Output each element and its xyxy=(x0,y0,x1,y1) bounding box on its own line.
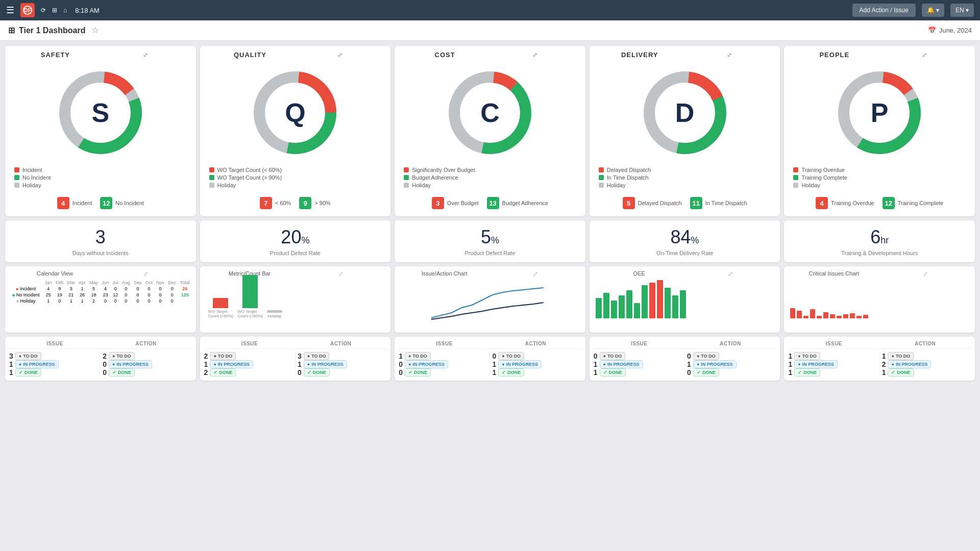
people-kpi-value: 6hr xyxy=(790,227,969,248)
cost-counts: 3Over Budget 13Budget Adherence xyxy=(400,193,580,211)
safety-counts: 4Incident 12No Incident xyxy=(10,193,191,211)
grid-icon[interactable]: ⊞ xyxy=(52,7,57,14)
grid-layout-icon: ⊞ xyxy=(8,26,15,35)
calendar-chart-title: Calendar View ⤢ xyxy=(9,270,192,278)
quality-issue-header: ISSUE ACTION xyxy=(204,341,387,349)
cost-issue-col: 1● TO DO 0● IN PROGRESS 0✓ DONE xyxy=(399,352,487,377)
people-kpi: 6hr Training & Development Hours xyxy=(784,220,975,262)
quality-kpi-label: Product Defect Rate xyxy=(206,250,385,256)
safety-issue-grid: 3● TO DO 1● IN PROGRESS 1✓ DONE 2● TO DO… xyxy=(9,352,192,377)
oee-expand-icon[interactable]: ⤢ xyxy=(685,270,776,278)
title-bar-left: ⊞ Tier 1 Dashboard ☆ xyxy=(8,26,99,35)
people-kpi-label: Training & Development Hours xyxy=(790,250,969,256)
people-issue-panel: ISSUE ACTION 1● TO DO 1● IN PROGRESS 1✓ … xyxy=(784,337,975,381)
calendar-chart-panel: Calendar View ⤢ JanFebMarAprMayJunJulAug… xyxy=(5,266,196,333)
cost-kpi: 5% Product Defect Rate xyxy=(395,220,585,262)
metric-expand-icon[interactable]: ⤢ xyxy=(295,270,386,278)
delivery-action-col: 0● TO DO 1● IN PROGRESS 0✓ DONE xyxy=(687,352,776,377)
language-button[interactable]: EN ▾ xyxy=(950,4,974,17)
people-issue-header: ISSUE ACTION xyxy=(788,341,971,349)
delivery-counts: 5Delayed Dispatch 11In Time Dispatch xyxy=(595,193,775,211)
issue-action-chart-title: Issue/Action Chart ⤢ xyxy=(399,270,581,278)
sqcdp-row: SAFETY ⤢ S Incident No Incident Holiday xyxy=(5,46,975,216)
line-chart-svg xyxy=(399,280,581,323)
delivery-kpi-value: 84% xyxy=(596,227,774,248)
quality-title: QUALITY ⤢ xyxy=(205,51,386,59)
delivery-letter: D xyxy=(675,97,695,128)
people-legend: Training Overdue Training Complete Holid… xyxy=(789,164,970,193)
cost-action-col: 0● TO DO 1● IN PROGRESS 1✓ DONE xyxy=(492,352,581,377)
logo: DF xyxy=(20,3,35,17)
people-counts: 4Training Overdue 12Training Complete xyxy=(789,193,970,211)
cost-letter: C xyxy=(480,97,500,128)
safety-panel: SAFETY ⤢ S Incident No Incident Holiday xyxy=(5,46,196,216)
issue-action-row: ISSUE ACTION 3● TO DO 1● IN PROGRESS 1✓ … xyxy=(5,337,975,381)
delivery-expand-icon[interactable]: ⤢ xyxy=(685,52,775,59)
cost-panel: COST ⤢ C Significantly Over Budget Budge… xyxy=(395,46,585,216)
oee-chart-panel: OEE ⤢ xyxy=(590,266,780,333)
svg-text:DF: DF xyxy=(24,8,31,13)
safety-kpi-label: Days without Incidents xyxy=(11,250,190,256)
people-panel: PEOPLE ⤢ P Training Overdue Training Com… xyxy=(784,46,975,216)
quality-kpi-value: 20% xyxy=(206,227,385,248)
safety-kpi-value: 3 xyxy=(11,227,190,248)
quality-panel: QUALITY ⤢ Q WO Target Count (< 60%) WO T… xyxy=(200,46,391,216)
metric-count-chart-panel: Metric/Count Bar ⤢ WO TargetCount (<60%)… xyxy=(200,266,391,333)
delivery-donut: D xyxy=(595,62,775,164)
quality-legend: WO Target Count (< 60%) WO Target Count … xyxy=(205,164,386,193)
delivery-issue-col: 0● TO DO 1● IN PROGRESS 1✓ DONE xyxy=(594,352,682,377)
cost-kpi-label: Product Defect Rate xyxy=(401,250,579,256)
people-issue-col: 1● TO DO 1● IN PROGRESS 1✓ DONE xyxy=(788,352,877,377)
delivery-title: DELIVERY ⤢ xyxy=(595,51,775,59)
critical-issues-chart-title: Critical Issues Chart ⤢ xyxy=(788,270,971,278)
calendar-expand-icon[interactable]: ⤢ xyxy=(101,270,192,278)
quality-expand-icon[interactable]: ⤢ xyxy=(295,52,385,59)
add-action-button[interactable]: Add Action / Issue xyxy=(852,4,916,17)
home-icon[interactable]: ⌂ xyxy=(63,7,67,14)
delivery-panel: DELIVERY ⤢ D Delayed Dispatch In Time Di… xyxy=(590,46,780,216)
safety-expand-icon[interactable]: ⤢ xyxy=(101,52,191,59)
safety-action-col: 2● TO DO 0● IN PROGRESS 0✓ DONE xyxy=(103,352,191,377)
title-bar: ⊞ Tier 1 Dashboard ☆ 📅 June, 2024 xyxy=(0,20,980,41)
dashboard: SAFETY ⤢ S Incident No Incident Holiday xyxy=(0,41,980,386)
date-display: June, 2024 xyxy=(939,27,972,34)
notification-button[interactable]: 🔔 ▾ xyxy=(922,4,944,17)
issue-action-expand-icon[interactable]: ⤢ xyxy=(490,270,581,278)
cost-legend: Significantly Over Budget Budget Adheren… xyxy=(400,164,580,193)
menu-icon[interactable]: ☰ xyxy=(6,5,14,16)
delivery-issue-header: ISSUE ACTION xyxy=(594,341,776,349)
refresh-icon[interactable]: ⟳ xyxy=(41,7,46,14)
quality-issue-grid: 2● TO DO 1● IN PROGRESS 2✓ DONE 3● TO DO… xyxy=(204,352,387,377)
quality-issue-col: 2● TO DO 1● IN PROGRESS 2✓ DONE xyxy=(204,352,293,377)
quality-counts: 7< 60% 9> 90% xyxy=(205,193,386,211)
safety-title: SAFETY ⤢ xyxy=(10,51,191,59)
critical-expand-icon[interactable]: ⤢ xyxy=(879,270,971,278)
calendar-icon: 📅 xyxy=(928,27,936,34)
favorite-icon[interactable]: ☆ xyxy=(91,26,99,35)
cost-issue-grid: 1● TO DO 0● IN PROGRESS 0✓ DONE 0● TO DO… xyxy=(399,352,581,377)
people-title: PEOPLE ⤢ xyxy=(789,51,970,59)
metric-chart-title: Metric/Count Bar ⤢ xyxy=(204,270,387,278)
quality-issue-panel: ISSUE ACTION 2● TO DO 1● IN PROGRESS 2✓ … xyxy=(200,337,391,381)
safety-kpi: 3 Days without Incidents xyxy=(5,220,196,262)
critical-issues-chart-panel: Critical Issues Chart ⤢ xyxy=(784,266,975,333)
safety-issue-col: 3● TO DO 1● IN PROGRESS 1✓ DONE xyxy=(9,352,98,377)
kpi-row: 3 Days without Incidents 20% Product Def… xyxy=(5,220,975,262)
delivery-issue-panel: ISSUE ACTION 0● TO DO 1● IN PROGRESS 1✓ … xyxy=(590,337,780,381)
cost-expand-icon[interactable]: ⤢ xyxy=(490,52,580,59)
top-nav: ☰ DF ⟳ ⊞ ⌂ 8:18 AM Add Action / Issue 🔔 … xyxy=(0,0,980,20)
logo-icon: DF xyxy=(20,3,35,17)
safety-issue-header: ISSUE ACTION xyxy=(9,341,192,349)
safety-donut: S xyxy=(10,62,191,164)
people-expand-icon[interactable]: ⤢ xyxy=(879,52,970,59)
calendar-table: JanFebMarAprMayJunJulAugSepOctNovDecTota… xyxy=(9,280,192,304)
safety-legend: Incident No Incident Holiday xyxy=(10,164,191,193)
issue-action-chart-panel: Issue/Action Chart ⤢ xyxy=(395,266,585,333)
time-display: 8:18 AM xyxy=(75,7,100,14)
safety-letter: S xyxy=(91,97,109,128)
cost-issue-header: ISSUE ACTION xyxy=(399,341,581,349)
delivery-legend: Delayed Dispatch In Time Dispatch Holida… xyxy=(595,164,775,193)
cost-donut: C xyxy=(400,62,580,164)
cost-issue-panel: ISSUE ACTION 1● TO DO 0● IN PROGRESS 0✓ … xyxy=(395,337,585,381)
delivery-kpi-label: On-Time Delivery Rate xyxy=(596,250,774,256)
